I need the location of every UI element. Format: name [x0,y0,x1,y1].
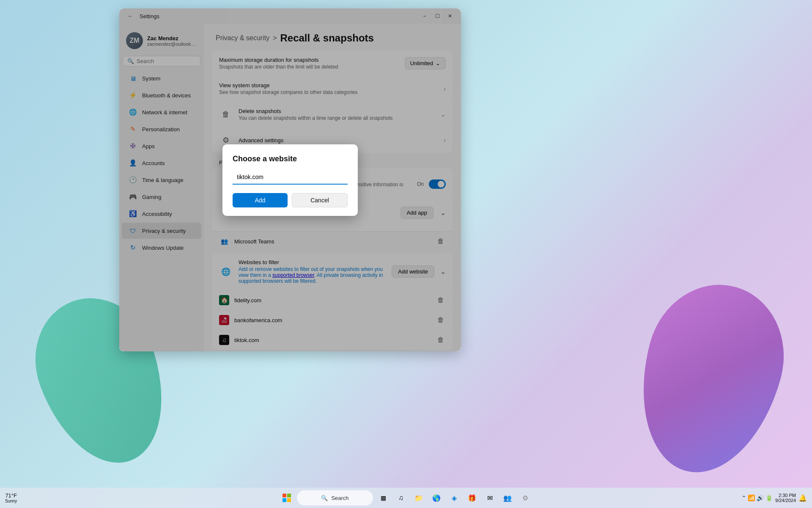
taskbar-search-icon: 🔍 [321,495,328,501]
weather-temp: 71°F [5,492,17,499]
svg-rect-2 [283,498,286,502]
taskbar-search-box[interactable]: 🔍 Search [297,490,373,505]
time-display: 2:30 PM [779,493,796,498]
mail-icon[interactable]: ✉ [482,490,497,505]
svg-rect-0 [283,494,286,497]
date-display: 9/24/2024 [775,498,796,503]
start-button[interactable] [279,490,294,505]
taskbar-center: 🔍 Search ▩ ♫ 📁 🌎 ◈ 🎁 ✉ 👥 ⚙ [279,490,533,505]
teams-taskbar-icon[interactable]: 👥 [500,490,515,505]
main-content: Privacy & security > Recall & snapshots … [204,24,461,351]
choose-website-modal: Choose a website Add Cancel [222,144,358,216]
store-icon[interactable]: 🎁 [464,490,480,505]
modal-overlay: Choose a website Add Cancel [204,24,461,351]
modal-title: Choose a website [233,155,348,163]
settings-window: ← Settings − ☐ ✕ ZM Zac Mendez zacmendez… [119,8,461,351]
task-view-button[interactable]: ▩ [376,490,391,505]
taskbar-left: 71°F Sunny [5,492,19,503]
modal-buttons: Add Cancel [233,193,348,207]
website-input[interactable] [233,170,348,185]
background-shape-right [620,269,801,488]
weather-widget: 71°F Sunny [5,492,17,503]
notification-icon[interactable]: 🔔 [798,494,807,502]
files-icon[interactable]: 📁 [411,490,426,505]
modal-cancel-button[interactable]: Cancel [292,193,348,207]
windows-logo-icon [283,494,291,502]
taskbar-right: ⌃ 📶 🔊 🔋 2:30 PM 9/24/2024 🔔 [742,493,807,503]
edge-icon[interactable]: ◈ [447,490,462,505]
network-tray-icon[interactable]: 📶 [748,494,755,501]
sys-tray: ⌃ 📶 🔊 🔋 [742,494,773,501]
browser-icon[interactable]: 🌎 [429,490,444,505]
taskbar-search-label: Search [331,495,348,501]
weather-condition: Sunny [5,499,17,503]
taskbar-time[interactable]: 2:30 PM 9/24/2024 [775,493,796,503]
settings-body: ZM Zac Mendez zacmendez@outlook.com 🔍 🖥 … [119,24,461,351]
chevron-up-icon[interactable]: ⌃ [742,495,746,501]
modal-add-button[interactable]: Add [233,193,288,207]
battery-icon[interactable]: 🔋 [765,494,773,501]
svg-rect-3 [287,498,291,502]
spotify-icon[interactable]: ♫ [393,490,409,505]
volume-icon[interactable]: 🔊 [757,494,764,501]
svg-rect-1 [287,494,291,497]
settings-taskbar-icon[interactable]: ⚙ [518,490,533,505]
taskbar: 71°F Sunny 🔍 Search ▩ ♫ 📁 🌎 ◈ 🎁 ✉ 👥 ⚙ ⌃ [0,488,812,508]
